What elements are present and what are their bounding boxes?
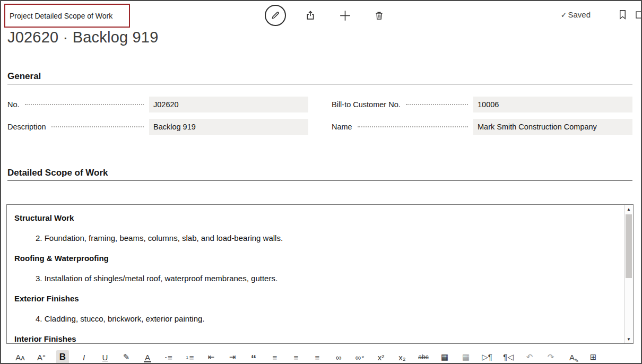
align-left-button[interactable]: ≡ [268, 350, 281, 364]
window-edge-button[interactable] [636, 11, 642, 19]
editor-content[interactable]: Structural Work 2. Foundation, framing, … [7, 205, 624, 343]
editor-paragraph: 4. Cladding, stucco, brickwork, exterior… [36, 313, 624, 324]
font-color-button[interactable]: A [141, 350, 154, 364]
align-right-button[interactable]: ≡ [311, 350, 324, 364]
blockquote-button[interactable]: “ [247, 350, 260, 364]
scroll-down-icon[interactable]: ▼ [624, 335, 633, 343]
save-status: ✓ Saved [561, 10, 591, 19]
edit-button[interactable] [265, 5, 286, 26]
pencil-icon [271, 11, 280, 20]
field-billto: Bill-to Customer No. [332, 97, 632, 112]
field-no-input[interactable] [149, 97, 308, 112]
field-description-input[interactable] [149, 119, 308, 135]
field-no: No. [7, 97, 308, 112]
field-description-label: Description [7, 123, 46, 131]
bookmark-button[interactable] [618, 10, 627, 20]
insert-link-button[interactable]: ∞ [332, 350, 345, 364]
field-billto-input[interactable] [473, 97, 632, 112]
grow-font-button[interactable]: A° [35, 350, 48, 364]
share-button[interactable] [305, 10, 316, 21]
page-caption: Project Detailed Scope of Work [10, 12, 112, 20]
general-fields: No. Bill-to Customer No. Description Nam… [7, 97, 632, 135]
field-name-label: Name [332, 123, 352, 131]
square-icon [636, 11, 642, 19]
insert-media-button[interactable]: ▦ [459, 350, 472, 364]
trash-icon [374, 11, 384, 21]
redo-button[interactable]: ↷ [544, 350, 557, 364]
editor-heading: Roofing & Waterproofing [14, 253, 624, 264]
field-name-input[interactable] [473, 119, 632, 135]
insert-table-button[interactable]: ⊞ [587, 350, 600, 364]
ltr-button[interactable]: ▷¶ [481, 350, 493, 364]
scroll-up-icon[interactable]: ▲ [624, 205, 633, 213]
editor-scrollbar[interactable]: ▲ ▼ [624, 205, 633, 343]
delete-button[interactable] [374, 11, 384, 21]
field-description: Description [7, 119, 308, 135]
editor-paragraph: 2. Foundation, framing, beams, columns, … [36, 232, 624, 244]
save-status-label: Saved [568, 10, 591, 19]
field-no-label: No. [7, 100, 20, 109]
editor-heading: Interior Finishes [14, 333, 624, 343]
editor-paragraph: 3. Installation of shingles/metal roof, … [36, 273, 624, 284]
bold-button[interactable]: B [56, 350, 69, 364]
scrollbar-thumb[interactable] [626, 214, 632, 278]
share-icon [305, 10, 316, 21]
field-billto-label: Bill-to Customer No. [332, 100, 401, 109]
dotted-leader [358, 126, 468, 127]
superscript-button[interactable]: x² [375, 350, 387, 364]
page-title: J02620 · Backlog 919 [7, 29, 159, 46]
editor-toolbar: Aᴀ A° B I U ✎ A ≡ ≡ ⇤ ⇥ “ ≡ ≡ ≡ ∞ ∞ x² x… [1, 349, 641, 364]
font-size-button[interactable]: Aᴀ [14, 350, 27, 364]
editor-heading: Structural Work [14, 212, 624, 223]
general-section-divider [7, 84, 632, 84]
outdent-button[interactable]: ⇤ [205, 350, 218, 364]
plus-icon [339, 10, 351, 22]
number-list-button[interactable]: ≡ [184, 350, 196, 364]
indent-button[interactable]: ⇥ [226, 350, 239, 364]
insert-image-button[interactable]: ▦ [438, 350, 451, 364]
dotted-leader [25, 104, 144, 105]
rich-text-editor[interactable]: Structural Work 2. Foundation, framing, … [6, 204, 634, 344]
strikethrough-button[interactable]: abc [417, 350, 430, 364]
page-window: Project Detailed Scope of Work [0, 0, 642, 364]
bookmark-icon [618, 10, 627, 20]
underline-button[interactable]: U [99, 350, 111, 364]
rtl-button[interactable]: ¶◁ [502, 350, 515, 364]
editor-heading: Exterior Finishes [14, 293, 624, 304]
dotted-leader [51, 126, 144, 127]
general-section-heading: General [7, 71, 41, 82]
bullet-list-button[interactable]: ≡ [162, 350, 175, 364]
page-caption-highlight: Project Detailed Scope of Work [4, 4, 130, 28]
field-name: Name [332, 119, 632, 135]
scope-section-divider [7, 180, 632, 181]
subscript-button[interactable]: x₂ [396, 350, 409, 364]
action-toolbar [265, 5, 384, 26]
highlight-button[interactable]: ✎ [120, 350, 133, 364]
scope-section-heading: Detailed Scope of Work [7, 168, 108, 178]
clear-format-button[interactable]: A [566, 350, 578, 364]
align-center-button[interactable]: ≡ [290, 350, 302, 364]
dotted-leader [406, 104, 468, 105]
italic-button[interactable]: I [77, 350, 90, 364]
new-button[interactable] [339, 10, 351, 22]
remove-link-button[interactable]: ∞ [353, 350, 366, 364]
undo-button[interactable]: ↶ [523, 350, 536, 364]
check-icon: ✓ [561, 11, 567, 19]
